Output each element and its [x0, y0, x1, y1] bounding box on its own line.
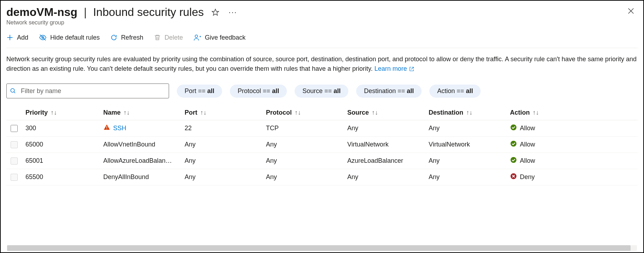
cell-port: Any — [182, 141, 264, 148]
filter-action-pill[interactable]: Action == all — [429, 85, 481, 98]
th-destination[interactable]: Destination↑↓ — [427, 109, 508, 116]
more-button[interactable]: ··· — [227, 6, 238, 18]
svg-point-9 — [195, 35, 198, 38]
th-source[interactable]: Source↑↓ — [345, 109, 427, 116]
table-header-row: Priority↑↓ Name↑↓ Port↑↓ Protocol↑↓ Sour… — [6, 105, 638, 120]
th-port[interactable]: Port↑↓ — [182, 109, 264, 116]
external-link-icon — [409, 67, 414, 71]
feedback-icon — [193, 34, 201, 41]
title-separator: | — [84, 6, 87, 19]
plus-icon — [6, 34, 13, 41]
svg-line-12 — [14, 92, 15, 93]
toolbar: Add Hide default rules Refresh Delete Gi… — [6, 33, 638, 48]
th-priority[interactable]: Priority↑↓ — [23, 109, 101, 116]
cell-destination: Any — [427, 125, 508, 132]
sort-arrows-icon: ↑↓ — [51, 109, 57, 116]
th-name[interactable]: Name↑↓ — [101, 109, 182, 116]
refresh-button[interactable]: Refresh — [110, 33, 143, 42]
allow-icon — [510, 124, 517, 133]
cell-name: AllowVnetInBound — [101, 141, 182, 148]
svg-rect-15 — [106, 128, 107, 129]
sort-arrows-icon: ↑↓ — [533, 109, 539, 116]
cell-destination: Any — [427, 157, 508, 165]
cell-action: Allow — [508, 140, 579, 149]
trash-icon — [154, 34, 161, 41]
cell-source: Any — [345, 125, 427, 132]
cell-action: Deny — [508, 173, 579, 182]
cell-source: VirtualNetwork — [345, 141, 427, 148]
sort-arrows-icon: ↑↓ — [372, 109, 378, 116]
scrollbar-thumb[interactable] — [7, 245, 631, 251]
row-checkbox — [11, 157, 18, 165]
cell-destination: VirtualNetwork — [427, 141, 508, 148]
cell-protocol: TCP — [264, 125, 345, 132]
cell-protocol: Any — [264, 141, 345, 148]
cell-name[interactable]: SSH — [101, 124, 182, 133]
svg-point-16 — [511, 125, 517, 131]
svg-point-17 — [511, 141, 517, 147]
add-button[interactable]: Add — [6, 33, 28, 42]
cell-priority: 65001 — [23, 157, 101, 165]
svg-rect-14 — [106, 126, 107, 128]
filter-protocol-pill[interactable]: Protocol == all — [230, 85, 287, 98]
page-title: Inbound security rules — [93, 6, 204, 19]
cell-source: Any — [345, 173, 427, 181]
cell-protocol: Any — [264, 173, 345, 181]
allow-icon — [510, 140, 517, 149]
description: Network security group security rules ar… — [6, 54, 638, 74]
learn-more-link[interactable]: Learn more — [375, 64, 414, 74]
cell-protocol: Any — [264, 157, 345, 165]
svg-point-11 — [11, 88, 14, 92]
filter-row: Port == all Protocol == all Source == al… — [6, 84, 638, 98]
cell-name: DenyAllInBound — [101, 173, 182, 181]
svg-line-10 — [411, 67, 413, 69]
th-action[interactable]: Action↑↓ — [508, 109, 579, 116]
table-row[interactable]: 65000AllowVnetInBoundAnyAnyVirtualNetwor… — [6, 137, 638, 153]
cell-source: AzureLoadBalancer — [345, 157, 427, 165]
table-row[interactable]: 300SSH22TCPAnyAnyAllow — [6, 120, 638, 137]
hide-default-button[interactable]: Hide default rules — [39, 33, 100, 42]
svg-marker-0 — [212, 9, 219, 15]
sort-arrows-icon: ↑↓ — [200, 109, 207, 116]
warning-icon — [103, 124, 110, 133]
table-row[interactable]: 65001AllowAzureLoadBalan…AnyAnyAzureLoad… — [6, 153, 638, 169]
cell-priority: 300 — [23, 125, 101, 132]
refresh-icon — [110, 34, 117, 41]
deny-icon — [510, 173, 517, 182]
row-checkbox — [11, 141, 18, 148]
cell-action: Allow — [508, 124, 579, 133]
horizontal-scrollbar[interactable] — [7, 245, 637, 251]
close-icon — [627, 7, 635, 15]
table-row[interactable]: 65500DenyAllInBoundAnyAnyAnyAnyDeny — [6, 169, 638, 185]
filter-input-wrapper — [6, 84, 169, 98]
cell-name: AllowAzureLoadBalan… — [101, 157, 182, 165]
cell-priority: 65500 — [23, 173, 101, 181]
row-checkbox[interactable] — [11, 125, 18, 132]
favorite-button[interactable] — [210, 7, 221, 18]
header: demoVM-nsg | Inbound security rules ··· … — [6, 6, 638, 26]
sort-arrows-icon: ↑↓ — [123, 109, 130, 116]
filter-source-pill[interactable]: Source == all — [295, 85, 348, 98]
cell-port: Any — [182, 157, 264, 165]
filter-by-name-input[interactable] — [6, 84, 169, 98]
cell-destination: Any — [427, 173, 508, 181]
eye-hide-icon — [39, 34, 47, 41]
feedback-button[interactable]: Give feedback — [193, 33, 245, 42]
delete-button: Delete — [154, 33, 183, 42]
cell-port: 22 — [182, 125, 264, 132]
star-icon — [211, 8, 219, 16]
cell-action: Allow — [508, 156, 579, 165]
th-protocol[interactable]: Protocol↑↓ — [264, 109, 345, 116]
row-checkbox — [11, 174, 18, 181]
close-button[interactable] — [626, 6, 636, 16]
svg-point-18 — [511, 157, 517, 163]
rules-table: Priority↑↓ Name↑↓ Port↑↓ Protocol↑↓ Sour… — [6, 105, 638, 185]
filter-port-pill[interactable]: Port == all — [177, 85, 222, 98]
sort-arrows-icon: ↑↓ — [466, 109, 472, 116]
filter-destination-pill[interactable]: Destination == all — [356, 85, 422, 98]
sort-arrows-icon: ↑↓ — [295, 109, 301, 116]
allow-icon — [510, 156, 517, 165]
cell-port: Any — [182, 173, 264, 181]
resource-name: demoVM-nsg — [6, 6, 77, 19]
cell-priority: 65000 — [23, 141, 101, 148]
